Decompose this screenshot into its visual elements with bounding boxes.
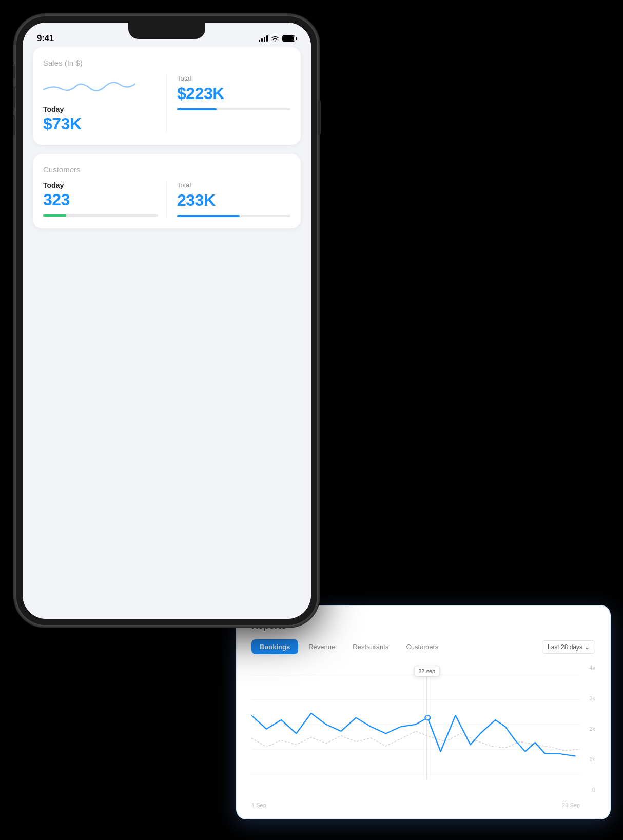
volume-down-button [13, 115, 15, 136]
reports-card: Reports Bookings Revenue Restaurants Cus… [236, 605, 611, 819]
chart-tooltip: 22 sep [414, 666, 440, 677]
sales-wave-chart [43, 74, 158, 100]
y-label-2k: 2k [580, 726, 595, 732]
tab-restaurants[interactable]: Restaurants [345, 639, 396, 654]
customers-total-progress-fill [177, 215, 240, 217]
y-label-3k: 3k [580, 695, 595, 701]
signal-bar-3 [264, 37, 265, 42]
customers-total-value: 233K [177, 191, 290, 210]
sales-total-value: $223K [177, 84, 290, 103]
customers-total-section: Total 233K [167, 181, 290, 217]
customers-total-progress-bar [177, 215, 290, 217]
customers-today-progress-bar [43, 214, 158, 217]
volume-up-button [13, 87, 15, 108]
phone-notch [128, 23, 205, 39]
tooltip-date: 22 sep [418, 668, 435, 674]
tooltip-line [426, 677, 427, 779]
silent-button [13, 64, 15, 79]
x-axis-labels: 1 Sep 28 Sep [251, 802, 580, 808]
y-label-0: 0 [580, 787, 595, 793]
sales-total-label: Total [177, 74, 290, 82]
customers-today-section: Today 323 [43, 181, 167, 217]
tab-revenue[interactable]: Revenue [301, 639, 342, 654]
scroll-content[interactable]: Sales (In $) Today $73K [23, 47, 311, 619]
line-chart [251, 675, 580, 788]
date-filter[interactable]: Last 28 days ⌄ [542, 640, 595, 654]
chart-active-dot [425, 715, 430, 720]
sales-total-progress-fill [177, 108, 217, 110]
customers-card-grid: Today 323 Total 233K [43, 181, 290, 217]
customers-card-title: Customers [43, 165, 290, 174]
customers-today-value: 323 [43, 190, 158, 209]
chevron-down-icon: ⌄ [585, 643, 590, 651]
chart-area: 22 sep 4k 3k 2k 1k 0 1 S [251, 665, 595, 808]
y-label-1k: 1k [580, 756, 595, 763]
signal-icon [259, 35, 268, 42]
customers-today-label: Today [43, 181, 158, 189]
x-label-start: 1 Sep [251, 802, 266, 808]
power-button [318, 100, 321, 135]
sales-today-value: $73K [43, 114, 158, 133]
sales-today-label: Today [43, 105, 158, 113]
customers-today-progress-fill [43, 214, 66, 217]
customers-card: Customers Today 323 Total 233K [33, 154, 301, 228]
x-label-end: 28 Sep [562, 802, 580, 808]
y-axis-labels: 4k 3k 2k 1k 0 [580, 665, 595, 793]
status-icons [259, 35, 297, 42]
y-label-4k: 4k [580, 665, 595, 671]
signal-bar-4 [266, 35, 268, 42]
sales-total-progress-bar [177, 108, 290, 110]
signal-bar-1 [259, 40, 260, 42]
sales-total-section: Total $223K [167, 74, 290, 133]
phone-screen: 9:41 [23, 23, 311, 619]
date-filter-label: Last 28 days [548, 643, 582, 651]
customers-total-label: Total [177, 181, 290, 189]
sales-card-title: Sales (In $) [43, 58, 290, 67]
battery-icon [282, 35, 297, 42]
status-time: 9:41 [37, 33, 54, 44]
sales-today-section: Today $73K [43, 74, 167, 133]
signal-bar-2 [261, 38, 263, 42]
phone-screen-inner: 9:41 [23, 23, 311, 619]
wifi-icon [271, 35, 279, 42]
reports-tabs: Bookings Revenue Restaurants Customers L… [251, 639, 595, 654]
sales-card-grid: Today $73K Total $223K [43, 74, 290, 133]
phone-frame: 9:41 [15, 15, 318, 626]
sales-card: Sales (In $) Today $73K [33, 47, 301, 145]
tab-bookings[interactable]: Bookings [251, 639, 298, 654]
tab-customers[interactable]: Customers [399, 639, 445, 654]
